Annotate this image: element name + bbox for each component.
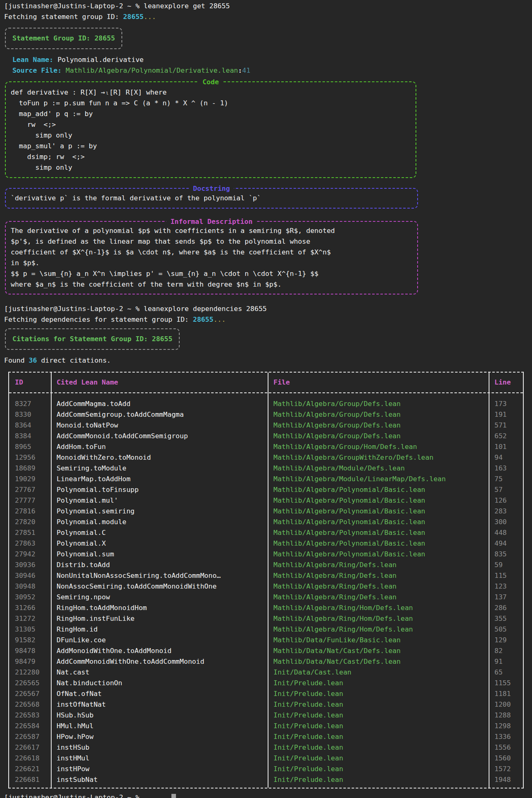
cell-file: Mathlib/Algebra/Ring/Defs.lean [268, 570, 489, 581]
cell-name: HMul.hMul [51, 721, 268, 732]
cell-line: 505 [489, 624, 523, 635]
cell-id: 30948 [9, 581, 51, 592]
cell-id: 27816 [9, 506, 51, 517]
table-row: 27851Polynomial.CMathlib/Algebra/Polynom… [9, 527, 523, 538]
table-row: 18689Semiring.toModuleMathlib/Algebra/Mo… [9, 463, 523, 474]
cell-file: Mathlib/Algebra/Module/LinearMap/Defs.le… [268, 474, 489, 484]
table-row: 30946NonUnitalNonAssocSemiring.toAddComm… [9, 570, 523, 581]
cell-file: Mathlib/Algebra/Polynomial/Basic.lean [268, 484, 489, 495]
cell-id: 8364 [9, 420, 51, 431]
cell-line: 123 [489, 581, 523, 592]
cell-file: Mathlib/Data/FunLike/Basic.lean [268, 635, 489, 646]
table-row: 27777Polynomial.mul'Mathlib/Algebra/Poly… [9, 495, 523, 506]
cell-id: 30952 [9, 592, 51, 603]
table-row: 27820Polynomial.moduleMathlib/Algebra/Po… [9, 517, 523, 527]
terminal-cursor[interactable] [171, 794, 176, 798]
code-panel: Code def derivative : R[X] →ₗ[R] R[X] wh… [5, 81, 416, 178]
column-header-line: Line [489, 377, 523, 388]
cell-id: 226617 [9, 742, 51, 753]
cell-file: Init/Prelude.lean [268, 774, 489, 785]
code-line: simp only [11, 130, 416, 141]
informal-description-block: The derivative of a polynomial $p$ with … [11, 226, 417, 290]
cell-line: 494 [489, 538, 523, 549]
cell-file: Init/Prelude.lean [268, 721, 489, 732]
cell-name: MonoidWithZero.toMonoid [51, 452, 268, 463]
cell-file: Mathlib/Data/Nat/Cast/Defs.lean [268, 646, 489, 656]
terminal-screen: [justinasher@Justins-Laptop-2 ~ % leanex… [0, 0, 532, 798]
lean-name-value: Polynomial.derivative [57, 56, 144, 64]
cell-line: 448 [489, 527, 523, 538]
cell-file: Mathlib/Algebra/Module/Defs.lean [268, 463, 489, 474]
cell-file: Mathlib/Algebra/Ring/Defs.lean [268, 592, 489, 603]
cell-line: 283 [489, 506, 523, 517]
cell-file: Mathlib/Algebra/GroupWithZero/Defs.lean [268, 452, 489, 463]
cell-id: 31272 [9, 613, 51, 624]
cell-id: 8965 [9, 442, 51, 452]
cell-name: NonAssocSemiring.toAddCommMonoidWithOne [51, 581, 268, 592]
cell-id: 212280 [9, 667, 51, 678]
cell-file: Mathlib/Algebra/Group/Defs.lean [268, 409, 489, 420]
cell-file: Init/Prelude.lean [268, 764, 489, 774]
table-row: 27816Polynomial.semiringMathlib/Algebra/… [9, 506, 523, 517]
table-row: 19029LinearMap.toAddHomMathlib/Algebra/M… [9, 474, 523, 484]
cell-name: AddMonoidWithOne.toAddMonoid [51, 646, 268, 656]
cell-id: 31266 [9, 603, 51, 613]
cell-name: HPow.hPow [51, 732, 268, 742]
citations-panel: Citations for Statement Group ID: 28655 [5, 328, 180, 350]
statement-group-id: 28655 [193, 316, 214, 323]
cell-line: 1556 [489, 742, 523, 753]
source-file-path: Mathlib/Algebra/Polynomial/Derivative.le… [66, 66, 238, 74]
table-row: 8327AddCommMagma.toAddMathlib/Algebra/Gr… [9, 399, 523, 409]
cell-line: 1560 [489, 753, 523, 764]
table-row: 27767Polynomial.toFinsuppMathlib/Algebra… [9, 484, 523, 495]
code-line: toFun p := p.sum fun n a => C (a * n) * … [11, 98, 416, 109]
ellipsis: ... [144, 13, 156, 21]
cell-file: Mathlib/Algebra/Group/Defs.lean [268, 431, 489, 442]
table-row: 226568instOfNatNatInit/Prelude.lean1200 [9, 699, 523, 710]
cell-line: 1200 [489, 699, 523, 710]
source-line-number: 41 [242, 66, 250, 74]
docstring-panel: Docstring `derivative p` is the formal d… [5, 188, 418, 209]
found-suffix: direct citations. [37, 356, 111, 364]
code-block: def derivative : R[X] →ₗ[R] R[X] where t… [11, 87, 416, 173]
cell-name: AddHom.toFun [51, 442, 268, 452]
cell-name: Polynomial.module [51, 517, 268, 527]
cell-line: 115 [489, 570, 523, 581]
cell-id: 30936 [9, 560, 51, 570]
column-header-id: ID [9, 377, 51, 388]
cell-id: 8330 [9, 409, 51, 420]
table-row: 27942Polynomial.sumMathlib/Algebra/Polyn… [9, 549, 523, 560]
cell-id: 98478 [9, 646, 51, 656]
cell-line: 129 [489, 635, 523, 646]
ellipsis: ... [214, 316, 226, 323]
table-row: 31305RingHom.idMathlib/Algebra/Ring/Hom/… [9, 624, 523, 635]
terminal-prompt-line-2: [justinasher@Justins-Laptop-2 ~ % leanex… [4, 304, 532, 314]
cell-id: 8327 [9, 399, 51, 409]
table-row: 27863Polynomial.XMathlib/Algebra/Polynom… [9, 538, 523, 549]
cell-line: 59 [489, 560, 523, 570]
terminal-prompt-line-1: [justinasher@Justins-Laptop-2 ~ % leanex… [4, 1, 532, 12]
cell-line: 1298 [489, 721, 523, 732]
source-file-line: Source File: Mathlib/Algebra/Polynomial/… [4, 65, 532, 76]
cell-name: instHSub [51, 742, 268, 753]
table-row: 226565Nat.binductionOnInit/Prelude.lean1… [9, 678, 523, 689]
colon: : [238, 66, 242, 74]
cell-name: LinearMap.toAddHom [51, 474, 268, 484]
citations-table-body: 8327AddCommMagma.toAddMathlib/Algebra/Gr… [9, 393, 523, 788]
statement-group-panel-title: Statement Group ID: 28655 [12, 34, 115, 42]
cell-line: 101 [489, 442, 523, 452]
cell-id: 226583 [9, 710, 51, 721]
cell-id: 98479 [9, 656, 51, 667]
code-line: map_smul' a p := by [11, 141, 416, 152]
cell-id: 226568 [9, 699, 51, 710]
cell-id: 27851 [9, 527, 51, 538]
cell-name: Polynomial.sum [51, 549, 268, 560]
cell-file: Init/Prelude.lean [268, 753, 489, 764]
cell-name: RingHom.toAddMonoidHom [51, 603, 268, 613]
code-line: simp only [11, 162, 416, 173]
cell-line: 57 [489, 484, 523, 495]
found-citations-line: Found 36 direct citations. [4, 355, 532, 366]
cell-line: 835 [489, 549, 523, 560]
fetch-text: Fetching dependencies for statement grou… [4, 316, 193, 323]
cell-file: Mathlib/Algebra/Polynomial/Basic.lean [268, 495, 489, 506]
